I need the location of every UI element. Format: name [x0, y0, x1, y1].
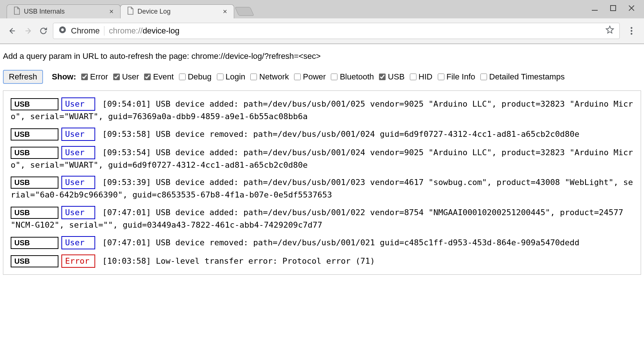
filter-bluetooth-label: Bluetooth [340, 72, 374, 82]
filter-login-label: Login [226, 72, 246, 82]
filter-power[interactable]: Power [294, 72, 326, 82]
log-level-badge: Error [61, 254, 95, 268]
chrome-menu-button[interactable] [626, 26, 637, 35]
log-type-badge: USB [11, 207, 58, 219]
log-type-badge: USB [11, 98, 58, 110]
log-message: [09:53:39] USB device added: path=/dev/b… [11, 178, 633, 199]
filter-debug[interactable]: Debug [179, 72, 212, 82]
filter-bluetooth-checkbox[interactable] [331, 74, 337, 80]
log-entry: USBUser [09:53:54] USB device added: pat… [11, 146, 633, 171]
filter-network[interactable]: Network [250, 72, 289, 82]
filter-bluetooth[interactable]: Bluetooth [331, 72, 374, 82]
filter-usb-checkbox[interactable] [379, 74, 386, 80]
filter-network-checkbox[interactable] [250, 74, 257, 80]
svg-point-5 [61, 28, 64, 31]
log-entry: USBUser [07:47:01] USB device removed: p… [11, 236, 633, 249]
log-message: [07:47:01] USB device added: path=/dev/b… [11, 208, 623, 229]
filter-detailed-label: Detailed Timestamps [489, 72, 565, 82]
log-level-badge: User [61, 146, 95, 159]
auto-refresh-hint: Add a query param in URL to auto-refresh… [3, 51, 641, 61]
log-entry: USBError [10:03:58] Low-level transfer e… [11, 254, 633, 268]
filter-hid[interactable]: HID [410, 72, 433, 82]
filter-login-checkbox[interactable] [217, 74, 223, 80]
log-entry: USBUser [09:53:39] USB device added: pat… [11, 176, 633, 201]
filter-event[interactable]: Event [144, 72, 173, 82]
log-message: [07:47:01] USB device removed: path=/dev… [97, 238, 579, 247]
log-message: [09:54:01] USB device added: path=/dev/b… [11, 99, 633, 121]
page-icon [14, 7, 20, 17]
filter-usb[interactable]: USB [379, 72, 404, 82]
log-message: [09:53:58] USB device removed: path=/dev… [97, 129, 579, 139]
log-level-badge: User [61, 236, 95, 249]
omnibox-url: chrome://device-log [109, 26, 179, 36]
filter-network-label: Network [259, 72, 289, 82]
svg-point-8 [631, 33, 633, 35]
filter-error-label: Error [90, 72, 108, 82]
filter-hid-label: HID [419, 72, 433, 82]
close-tab-icon[interactable]: × [223, 7, 227, 16]
filter-event-label: Event [153, 72, 173, 82]
device-log-page: Add a query param in URL to auto-refresh… [0, 44, 644, 286]
filter-user-label: User [122, 72, 139, 82]
log-type-badge: USB [11, 177, 58, 189]
reload-button[interactable] [37, 25, 49, 37]
close-tab-icon[interactable]: × [109, 7, 114, 16]
filter-power-checkbox[interactable] [294, 74, 301, 80]
filter-user[interactable]: User [113, 72, 139, 82]
log-level-badge: User [61, 128, 95, 141]
filter-user-checkbox[interactable] [113, 74, 120, 80]
filter-debug-checkbox[interactable] [179, 74, 186, 80]
svg-rect-1 [611, 6, 616, 11]
filter-debug-label: Debug [188, 72, 212, 82]
log-entry: USBUser [09:54:01] USB device added: pat… [11, 97, 633, 122]
refresh-button[interactable]: Refresh [3, 70, 43, 84]
new-tab-button[interactable] [235, 7, 254, 16]
log-type-badge: USB [11, 128, 58, 140]
minimize-icon[interactable] [591, 4, 598, 12]
filter-error-checkbox[interactable] [81, 74, 88, 80]
filter-fileinfo-checkbox[interactable] [438, 74, 444, 80]
page-icon [127, 7, 134, 17]
back-button[interactable] [7, 25, 18, 37]
bookmark-star-icon[interactable] [605, 25, 614, 36]
log-type-badge: USB [11, 237, 58, 249]
filter-fileinfo[interactable]: File Info [438, 72, 475, 82]
log-container: USBUser [09:54:01] USB device added: pat… [3, 90, 641, 275]
filter-power-label: Power [303, 72, 326, 82]
toolbar: Chrome chrome://device-log [0, 18, 644, 44]
omnibox[interactable]: Chrome chrome://device-log [53, 23, 620, 39]
filter-usb-label: USB [388, 72, 404, 82]
log-message: [09:53:54] USB device added: path=/dev/b… [11, 148, 633, 170]
log-type-badge: USB [11, 147, 58, 159]
log-controls: Refresh Show: ErrorUserEventDebugLoginNe… [3, 70, 641, 84]
filter-login[interactable]: Login [217, 72, 246, 82]
filter-error[interactable]: Error [81, 72, 108, 82]
tab-title: Device Log [137, 8, 219, 15]
log-level-badge: User [61, 97, 95, 111]
omnibox-divider [104, 26, 104, 36]
site-info-icon[interactable] [58, 26, 67, 36]
tab-device-log[interactable]: Device Log × [120, 4, 234, 18]
browser-chrome: USB Internals × Device Log × [0, 0, 644, 44]
filter-hid-checkbox[interactable] [410, 74, 416, 80]
tab-usb-internals[interactable]: USB Internals × [7, 4, 121, 18]
forward-button[interactable] [22, 25, 34, 37]
show-label: Show: [52, 72, 76, 82]
log-level-badge: User [61, 176, 95, 189]
svg-point-6 [631, 27, 633, 29]
tab-strip: USB Internals × Device Log × [0, 0, 644, 18]
log-type-badge: USB [11, 255, 58, 267]
log-entry: USBUser [09:53:58] USB device removed: p… [11, 128, 633, 141]
log-level-badge: User [61, 206, 95, 219]
maximize-icon[interactable] [609, 4, 617, 12]
filter-fileinfo-label: File Info [447, 72, 475, 82]
svg-point-7 [631, 30, 633, 32]
filter-detailed[interactable]: Detailed Timestamps [480, 72, 565, 82]
filter-event-checkbox[interactable] [144, 74, 151, 80]
tab-title: USB Internals [24, 8, 105, 15]
close-window-icon[interactable] [628, 4, 635, 12]
filter-detailed-checkbox[interactable] [480, 74, 487, 80]
security-label: Chrome [71, 26, 100, 36]
log-entry: USBUser [07:47:01] USB device added: pat… [11, 206, 633, 231]
log-message: [10:03:58] Low-level transfer error: Pro… [97, 256, 375, 266]
